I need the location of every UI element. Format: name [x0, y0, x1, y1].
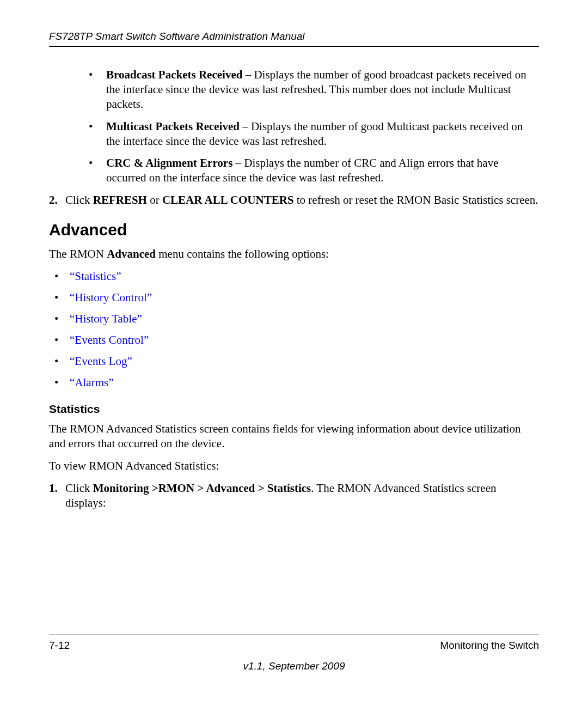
- statistics-para-1: The RMON Advanced Statistics screen cont…: [49, 422, 539, 451]
- statistics-step-list: 1. Click Monitoring >RMON > Advanced > S…: [49, 481, 539, 510]
- step-number: 2.: [49, 193, 58, 208]
- list-item: “History Control”: [49, 290, 539, 305]
- list-item: “Events Log”: [49, 354, 539, 369]
- refresh-label: REFRESH: [93, 193, 147, 206]
- advanced-heading: Advanced: [49, 220, 539, 240]
- bullet-crc-align-errors: CRC & Alignment Errors – Displays the nu…: [84, 156, 539, 185]
- advanced-links-list: “Statistics” “History Control” “History …: [49, 269, 539, 389]
- link-events-control[interactable]: “Events Control”: [70, 333, 149, 346]
- term: Broadcast Packets Received: [106, 68, 242, 81]
- version-footer: v1.1, September 2009: [0, 660, 588, 672]
- step-number: 1.: [49, 481, 58, 496]
- step-2: 2. Click REFRESH or CLEAR ALL COUNTERS t…: [49, 193, 539, 208]
- page-content: Broadcast Packets Received – Displays th…: [49, 68, 539, 510]
- term: CRC & Alignment Errors: [106, 156, 232, 169]
- link-history-table[interactable]: “History Table”: [70, 312, 142, 325]
- advanced-intro: The RMON Advanced menu contains the foll…: [49, 247, 539, 261]
- text: The RMON: [49, 247, 107, 260]
- manual-page: FS728TP Smart Switch Software Administra…: [0, 0, 588, 706]
- list-item: “Events Control”: [49, 333, 539, 348]
- page-number: 7-12: [49, 640, 70, 652]
- page-footer: 7-12 Monitoring the Switch: [49, 635, 539, 652]
- term: Multicast Packets Received: [106, 120, 240, 133]
- clear-all-counters-label: CLEAR ALL COUNTERS: [162, 193, 294, 206]
- bullet-multicast-packets: Multicast Packets Received – Displays th…: [84, 119, 539, 149]
- text: Click: [65, 482, 93, 495]
- step-list-top: 2. Click REFRESH or CLEAR ALL COUNTERS t…: [49, 193, 539, 208]
- statistics-heading: Statistics: [49, 402, 539, 417]
- list-item: “History Table”: [49, 312, 539, 326]
- section-title: Monitoring the Switch: [440, 640, 539, 652]
- footer-line: 7-12 Monitoring the Switch: [49, 635, 539, 652]
- text: or: [147, 193, 162, 206]
- text: to refresh or reset the RMON Basic Stati…: [294, 193, 538, 206]
- link-statistics[interactable]: “Statistics”: [70, 270, 121, 283]
- list-item: “Statistics”: [49, 269, 539, 284]
- list-item: “Alarms”: [49, 375, 539, 390]
- step-1: 1. Click Monitoring >RMON > Advanced > S…: [49, 481, 539, 510]
- definition-bullet-list: Broadcast Packets Received – Displays th…: [49, 68, 539, 185]
- link-alarms[interactable]: “Alarms”: [70, 376, 113, 389]
- text: menu contains the following options:: [156, 247, 329, 260]
- page-header: FS728TP Smart Switch Software Administra…: [49, 31, 539, 47]
- link-history-control[interactable]: “History Control”: [70, 291, 152, 304]
- nav-path: Monitoring >RMON > Advanced > Statistics: [93, 482, 311, 495]
- link-events-log[interactable]: “Events Log”: [70, 355, 132, 368]
- statistics-para-2: To view RMON Advanced Statistics:: [49, 459, 539, 473]
- bullet-broadcast-packets: Broadcast Packets Received – Displays th…: [84, 68, 539, 112]
- advanced-bold: Advanced: [107, 247, 156, 260]
- text: Click: [65, 193, 93, 206]
